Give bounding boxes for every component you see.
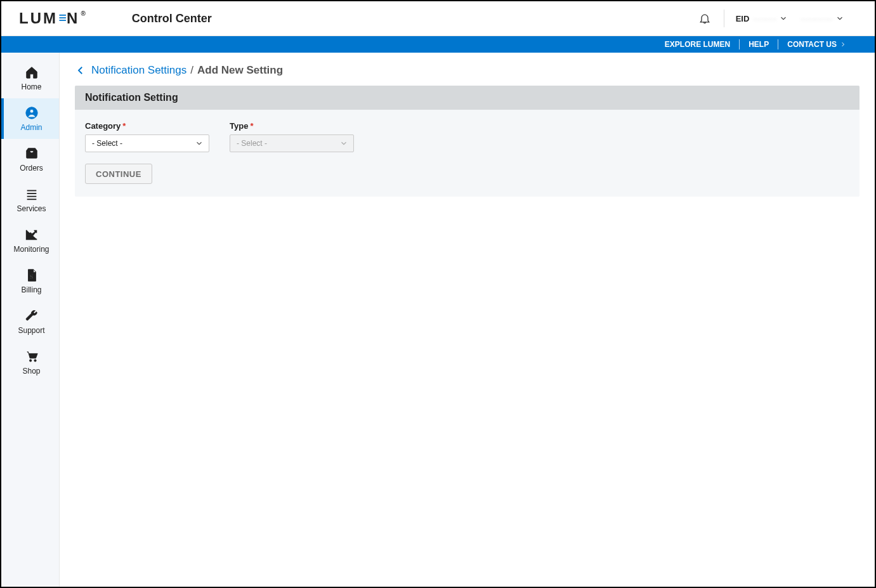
svg-point-1 <box>30 109 34 113</box>
logo-l: L <box>19 10 30 27</box>
sidebar-item-label: Orders <box>20 164 43 173</box>
user-icon <box>24 105 39 121</box>
sidebar-item-label: Support <box>18 326 44 335</box>
notification-setting-panel: Notification Setting Category* - Select … <box>75 86 860 197</box>
type-label: Type* <box>230 121 354 131</box>
sidebar-item-label: Shop <box>22 367 40 376</box>
sidebar-item-label: Billing <box>21 285 41 294</box>
required-marker: * <box>122 121 126 131</box>
chevron-down-icon <box>835 14 844 23</box>
logo-e: ≡ <box>59 9 66 27</box>
svg-point-8 <box>34 360 36 362</box>
sidebar: Home Admin Orders Services Monitoring <box>1 53 60 587</box>
logo-reg: ® <box>81 10 87 17</box>
invoice-icon: $ <box>24 268 39 283</box>
logo-m: M <box>43 10 58 27</box>
contact-label: CONTACT US <box>787 40 837 49</box>
panel-title: Notification Setting <box>75 86 860 110</box>
cart-icon <box>24 349 39 364</box>
contact-us-link[interactable]: CONTACT US <box>778 40 856 49</box>
breadcrumb-current: Add New Setting <box>197 64 283 77</box>
select-value: - Select - <box>92 139 122 148</box>
sidebar-item-label: Home <box>21 82 41 91</box>
home-icon <box>24 65 39 80</box>
eid-value: ········ <box>753 14 776 23</box>
sidebar-item-label: Admin <box>20 123 42 132</box>
utility-bar: EXPLORE LUMEN HELP CONTACT US <box>1 36 875 53</box>
list-icon <box>24 186 39 202</box>
app-title: Control Center <box>132 12 212 25</box>
chevron-down-icon <box>779 14 788 23</box>
notifications-icon[interactable] <box>698 12 711 25</box>
help-link[interactable]: HELP <box>740 40 778 49</box>
label-text: Category <box>85 121 121 131</box>
select-value: - Select - <box>237 139 267 148</box>
main-content: Notification Settings / Add New Setting … <box>60 53 875 587</box>
sidebar-item-services[interactable]: Services <box>1 180 59 220</box>
top-header: L U M ≡ N ® Control Center EID ········ … <box>1 1 875 36</box>
divider <box>724 10 724 27</box>
user-label: ··········· <box>801 14 833 23</box>
explore-lumen-link[interactable]: EXPLORE LUMEN <box>656 40 739 49</box>
category-select[interactable]: - Select - <box>85 134 209 152</box>
chevron-down-icon <box>195 139 204 148</box>
breadcrumb-separator: / <box>190 64 193 77</box>
sidebar-item-billing[interactable]: $ Billing <box>1 261 59 301</box>
type-field: Type* - Select - <box>230 121 354 152</box>
sidebar-item-home[interactable]: Home <box>1 58 59 98</box>
wrench-icon <box>24 308 39 323</box>
sidebar-item-admin[interactable]: Admin <box>1 98 59 139</box>
category-field: Category* - Select - <box>85 121 209 152</box>
brand-logo[interactable]: L U M ≡ N ® <box>19 10 88 27</box>
svg-text:$: $ <box>30 274 33 280</box>
breadcrumb-parent-link[interactable]: Notification Settings <box>91 64 186 77</box>
eid-label: EID <box>736 14 750 23</box>
enterprise-id-dropdown[interactable]: EID ········ <box>736 14 788 23</box>
logo-n: N <box>67 10 79 27</box>
chart-icon <box>24 227 39 242</box>
breadcrumb: Notification Settings / Add New Setting <box>75 64 860 77</box>
chevron-down-icon <box>339 139 348 148</box>
required-marker: * <box>250 121 253 131</box>
sidebar-item-orders[interactable]: Orders <box>1 139 59 180</box>
continue-button[interactable]: CONTINUE <box>85 164 152 184</box>
chevron-right-icon <box>839 41 847 48</box>
sidebar-item-shop[interactable]: Shop <box>1 342 59 382</box>
type-select: - Select - <box>230 134 354 152</box>
category-label: Category* <box>85 121 209 131</box>
sidebar-item-label: Services <box>16 204 46 213</box>
logo-u: U <box>30 10 43 27</box>
back-icon[interactable] <box>75 65 86 76</box>
svg-point-7 <box>29 360 31 362</box>
label-text: Type <box>230 121 248 131</box>
inbox-icon <box>24 146 39 161</box>
sidebar-item-monitoring[interactable]: Monitoring <box>1 220 59 261</box>
sidebar-item-support[interactable]: Support <box>1 301 59 342</box>
sidebar-item-label: Monitoring <box>13 245 49 254</box>
user-dropdown[interactable]: ··········· <box>801 14 844 23</box>
